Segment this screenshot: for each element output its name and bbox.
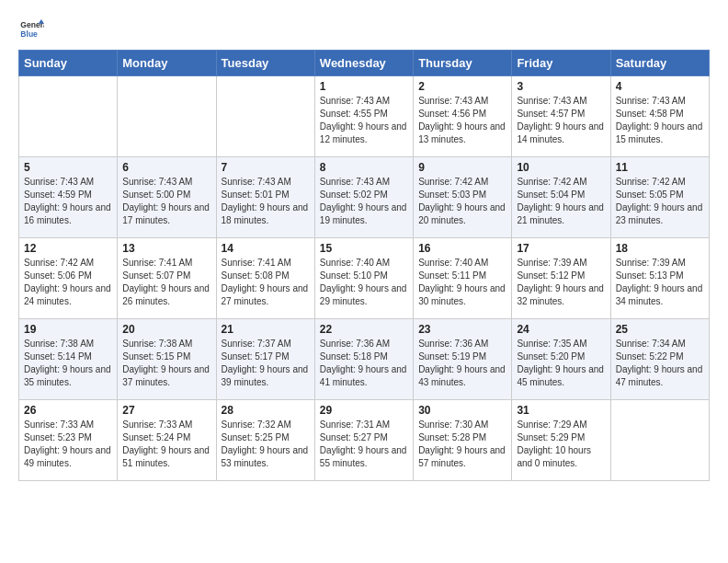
day-info: Sunrise: 7:33 AM Sunset: 5:24 PM Dayligh… <box>122 419 210 470</box>
calendar-cell: 23Sunrise: 7:36 AM Sunset: 5:19 PM Dayli… <box>414 319 512 400</box>
day-number: 11 <box>616 161 704 174</box>
weekday-header: Monday <box>118 51 216 76</box>
day-info: Sunrise: 7:42 AM Sunset: 5:03 PM Dayligh… <box>418 176 506 227</box>
day-number: 4 <box>616 80 704 93</box>
day-info: Sunrise: 7:35 AM Sunset: 5:20 PM Dayligh… <box>517 338 605 389</box>
weekday-header: Tuesday <box>216 51 314 76</box>
day-info: Sunrise: 7:33 AM Sunset: 5:23 PM Dayligh… <box>24 419 112 470</box>
calendar-cell: 31Sunrise: 7:29 AM Sunset: 5:29 PM Dayli… <box>512 400 610 481</box>
day-info: Sunrise: 7:31 AM Sunset: 5:27 PM Dayligh… <box>320 419 408 470</box>
day-number: 9 <box>418 161 506 174</box>
day-number: 10 <box>517 161 605 174</box>
day-info: Sunrise: 7:37 AM Sunset: 5:17 PM Dayligh… <box>222 338 310 389</box>
day-info: Sunrise: 7:36 AM Sunset: 5:18 PM Dayligh… <box>320 338 408 389</box>
day-info: Sunrise: 7:34 AM Sunset: 5:22 PM Dayligh… <box>616 338 704 389</box>
day-number: 13 <box>122 242 210 255</box>
day-info: Sunrise: 7:40 AM Sunset: 5:11 PM Dayligh… <box>418 257 506 308</box>
day-number: 23 <box>418 323 506 336</box>
weekday-header: Sunday <box>19 51 118 76</box>
day-info: Sunrise: 7:43 AM Sunset: 5:00 PM Dayligh… <box>122 176 210 227</box>
calendar-cell: 30Sunrise: 7:30 AM Sunset: 5:28 PM Dayli… <box>414 400 512 481</box>
calendar-table: SundayMondayTuesdayWednesdayThursdayFrid… <box>18 50 710 481</box>
calendar-week-row: 19Sunrise: 7:38 AM Sunset: 5:14 PM Dayli… <box>19 319 710 400</box>
calendar-cell: 5Sunrise: 7:43 AM Sunset: 4:59 PM Daylig… <box>19 157 118 238</box>
day-number: 30 <box>418 404 506 417</box>
weekday-row: SundayMondayTuesdayWednesdayThursdayFrid… <box>19 51 710 76</box>
calendar-cell: 12Sunrise: 7:42 AM Sunset: 5:06 PM Dayli… <box>19 238 118 319</box>
day-info: Sunrise: 7:43 AM Sunset: 4:59 PM Dayligh… <box>24 176 112 227</box>
day-number: 5 <box>24 161 112 174</box>
weekday-header: Wednesday <box>314 51 413 76</box>
header: General Blue <box>18 17 710 42</box>
day-info: Sunrise: 7:43 AM Sunset: 4:58 PM Dayligh… <box>616 95 704 146</box>
calendar-cell: 14Sunrise: 7:41 AM Sunset: 5:08 PM Dayli… <box>216 238 314 319</box>
calendar-cell: 26Sunrise: 7:33 AM Sunset: 5:23 PM Dayli… <box>19 400 118 481</box>
day-info: Sunrise: 7:30 AM Sunset: 5:28 PM Dayligh… <box>418 419 506 470</box>
calendar-week-row: 5Sunrise: 7:43 AM Sunset: 4:59 PM Daylig… <box>19 157 710 238</box>
calendar-cell: 2Sunrise: 7:43 AM Sunset: 4:56 PM Daylig… <box>414 76 512 157</box>
calendar-cell: 21Sunrise: 7:37 AM Sunset: 5:17 PM Dayli… <box>216 319 314 400</box>
day-number: 14 <box>222 242 310 255</box>
day-info: Sunrise: 7:41 AM Sunset: 5:07 PM Dayligh… <box>122 257 210 308</box>
day-info: Sunrise: 7:43 AM Sunset: 5:01 PM Dayligh… <box>222 176 310 227</box>
calendar-week-row: 26Sunrise: 7:33 AM Sunset: 5:23 PM Dayli… <box>19 400 710 481</box>
calendar-header: SundayMondayTuesdayWednesdayThursdayFrid… <box>19 51 710 76</box>
day-number: 29 <box>320 404 408 417</box>
day-info: Sunrise: 7:43 AM Sunset: 4:57 PM Dayligh… <box>517 95 605 146</box>
weekday-header: Friday <box>512 51 610 76</box>
day-number: 20 <box>122 323 210 336</box>
calendar-cell <box>216 76 314 157</box>
calendar-cell: 6Sunrise: 7:43 AM Sunset: 5:00 PM Daylig… <box>118 157 216 238</box>
day-number: 21 <box>222 323 310 336</box>
day-number: 1 <box>320 80 408 93</box>
calendar-cell: 22Sunrise: 7:36 AM Sunset: 5:18 PM Dayli… <box>314 319 413 400</box>
day-number: 26 <box>24 404 112 417</box>
calendar-cell: 16Sunrise: 7:40 AM Sunset: 5:11 PM Dayli… <box>414 238 512 319</box>
day-info: Sunrise: 7:42 AM Sunset: 5:06 PM Dayligh… <box>24 257 112 308</box>
calendar-cell <box>19 76 118 157</box>
calendar-cell: 29Sunrise: 7:31 AM Sunset: 5:27 PM Dayli… <box>314 400 413 481</box>
day-number: 7 <box>222 161 310 174</box>
day-number: 18 <box>616 242 704 255</box>
day-info: Sunrise: 7:32 AM Sunset: 5:25 PM Dayligh… <box>222 419 310 470</box>
calendar-cell: 18Sunrise: 7:39 AM Sunset: 5:13 PM Dayli… <box>610 238 709 319</box>
calendar-cell: 9Sunrise: 7:42 AM Sunset: 5:03 PM Daylig… <box>414 157 512 238</box>
day-number: 27 <box>122 404 210 417</box>
day-info: Sunrise: 7:43 AM Sunset: 4:56 PM Dayligh… <box>418 95 506 146</box>
calendar-cell: 17Sunrise: 7:39 AM Sunset: 5:12 PM Dayli… <box>512 238 610 319</box>
calendar-cell: 7Sunrise: 7:43 AM Sunset: 5:01 PM Daylig… <box>216 157 314 238</box>
day-number: 24 <box>517 323 605 336</box>
day-number: 19 <box>24 323 112 336</box>
day-number: 25 <box>616 323 704 336</box>
day-number: 22 <box>320 323 408 336</box>
day-info: Sunrise: 7:43 AM Sunset: 5:02 PM Dayligh… <box>320 176 408 227</box>
day-number: 28 <box>222 404 310 417</box>
calendar-cell: 3Sunrise: 7:43 AM Sunset: 4:57 PM Daylig… <box>512 76 610 157</box>
day-info: Sunrise: 7:41 AM Sunset: 5:08 PM Dayligh… <box>222 257 310 308</box>
day-info: Sunrise: 7:43 AM Sunset: 4:55 PM Dayligh… <box>320 95 408 146</box>
day-number: 17 <box>517 242 605 255</box>
calendar-week-row: 12Sunrise: 7:42 AM Sunset: 5:06 PM Dayli… <box>19 238 710 319</box>
weekday-header: Thursday <box>414 51 512 76</box>
day-info: Sunrise: 7:39 AM Sunset: 5:13 PM Dayligh… <box>616 257 704 308</box>
logo: General Blue <box>18 17 50 42</box>
day-number: 2 <box>418 80 506 93</box>
page: General Blue SundayMondayTuesdayWednesda… <box>0 0 728 498</box>
day-info: Sunrise: 7:36 AM Sunset: 5:19 PM Dayligh… <box>418 338 506 389</box>
calendar-cell: 4Sunrise: 7:43 AM Sunset: 4:58 PM Daylig… <box>610 76 709 157</box>
calendar-cell: 28Sunrise: 7:32 AM Sunset: 5:25 PM Dayli… <box>216 400 314 481</box>
logo-icon: General Blue <box>18 17 44 42</box>
calendar-cell: 15Sunrise: 7:40 AM Sunset: 5:10 PM Dayli… <box>314 238 413 319</box>
calendar-cell: 13Sunrise: 7:41 AM Sunset: 5:07 PM Dayli… <box>118 238 216 319</box>
day-info: Sunrise: 7:42 AM Sunset: 5:04 PM Dayligh… <box>517 176 605 227</box>
day-info: Sunrise: 7:40 AM Sunset: 5:10 PM Dayligh… <box>320 257 408 308</box>
calendar-cell: 24Sunrise: 7:35 AM Sunset: 5:20 PM Dayli… <box>512 319 610 400</box>
day-info: Sunrise: 7:42 AM Sunset: 5:05 PM Dayligh… <box>616 176 704 227</box>
calendar-cell: 19Sunrise: 7:38 AM Sunset: 5:14 PM Dayli… <box>19 319 118 400</box>
calendar-cell: 1Sunrise: 7:43 AM Sunset: 4:55 PM Daylig… <box>314 76 413 157</box>
svg-text:Blue: Blue <box>20 29 38 39</box>
calendar-cell <box>118 76 216 157</box>
calendar-cell: 10Sunrise: 7:42 AM Sunset: 5:04 PM Dayli… <box>512 157 610 238</box>
day-number: 3 <box>517 80 605 93</box>
calendar-cell: 25Sunrise: 7:34 AM Sunset: 5:22 PM Dayli… <box>610 319 709 400</box>
